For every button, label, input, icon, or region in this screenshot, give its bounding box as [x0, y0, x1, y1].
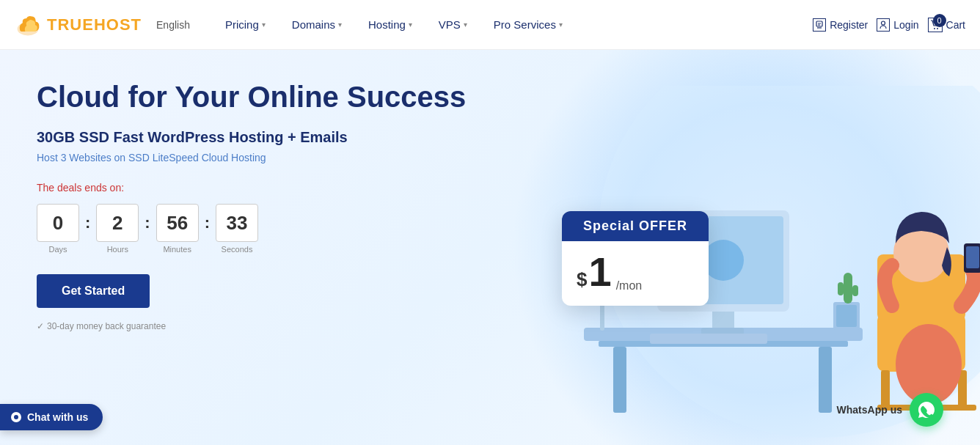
special-offer-header: Special OFFER — [562, 211, 709, 241]
domains-arrow-icon: ▾ — [338, 21, 342, 29]
svg-point-6 — [937, 28, 938, 29]
countdown-hours: 2 Hours — [96, 204, 139, 254]
minutes-box: 56 — [156, 204, 199, 242]
svg-rect-19 — [836, 305, 857, 327]
register-button[interactable]: Register — [813, 18, 868, 32]
header: TRUEHOST English Pricing ▾ Domains ▾ Hos… — [0, 0, 980, 50]
price-period: /mon — [616, 279, 643, 293]
cart-icon: 0 — [928, 18, 943, 32]
sep-3: : — [205, 213, 210, 244]
seconds-box: 33 — [216, 204, 258, 242]
header-actions: Register Login 0 Cart — [813, 18, 965, 32]
whatsapp-button[interactable] — [910, 393, 943, 427]
whatsapp-label: WhatsApp us — [837, 404, 902, 416]
hero-description: Host 3 Websites on SSD LiteSpeed Cloud H… — [37, 152, 513, 163]
logo[interactable]: TRUEHOST — [15, 12, 142, 38]
svg-rect-20 — [844, 273, 852, 304]
days-label: Days — [48, 245, 67, 254]
logo-highlight: TRUE — [47, 15, 94, 34]
days-box: 0 — [37, 204, 79, 242]
pricing-arrow-icon: ▾ — [262, 21, 266, 29]
special-offer-body: $ 1 /mon — [562, 241, 709, 306]
sep-2: : — [145, 213, 150, 244]
chat-button[interactable]: Chat with us — [0, 404, 103, 430]
hero-subtitle: 30GB SSD Fast WordPress Hosting + Emails — [37, 129, 513, 146]
hero-content: Cloud for Your Online Success 30GB SSD F… — [37, 79, 513, 331]
whatsapp-area: WhatsApp us — [837, 393, 943, 427]
nav-pricing[interactable]: Pricing ▾ — [212, 0, 279, 50]
cart-button[interactable]: 0 Cart — [928, 18, 965, 32]
price-display: $ 1 /mon — [577, 251, 694, 293]
hours-box: 2 — [96, 204, 139, 242]
svg-rect-10 — [613, 347, 626, 413]
chat-widget: Chat with us — [0, 404, 103, 430]
vps-arrow-icon: ▾ — [464, 21, 467, 29]
register-icon — [813, 18, 826, 32]
login-icon — [877, 18, 890, 32]
hero-section: Cloud for Your Online Success 30GB SSD F… — [0, 50, 980, 445]
seconds-label: Seconds — [222, 245, 253, 254]
language-selector[interactable]: English — [156, 19, 190, 31]
sep-1: : — [85, 213, 90, 244]
minutes-label: Minutes — [163, 245, 191, 254]
svg-rect-21 — [838, 282, 844, 295]
cart-count-badge: 0 — [933, 14, 946, 27]
nav-hosting[interactable]: Hosting ▾ — [355, 0, 425, 50]
svg-rect-22 — [852, 285, 858, 296]
special-offer-card: Special OFFER $ 1 /mon — [562, 211, 709, 306]
nav-domains[interactable]: Domains ▾ — [279, 0, 355, 50]
whatsapp-icon — [917, 400, 936, 419]
svg-rect-12 — [712, 309, 734, 331]
logo-text: TRUEHOST — [47, 15, 142, 34]
get-started-button[interactable]: Get Started — [37, 274, 150, 308]
hosting-arrow-icon: ▾ — [409, 21, 412, 29]
deal-ends-label: The deals ends on: — [37, 182, 513, 194]
nav-pro-services[interactable]: Pro Services ▾ — [480, 0, 576, 50]
main-nav: Pricing ▾ Domains ▾ Hosting ▾ VPS ▾ Pro … — [212, 0, 813, 50]
price-dollar-sign: $ — [577, 268, 587, 291]
nav-vps[interactable]: VPS ▾ — [425, 0, 480, 50]
svg-point-16 — [703, 240, 744, 281]
pro-services-arrow-icon: ▾ — [559, 21, 563, 29]
chat-icon — [11, 412, 21, 422]
money-back-guarantee: ✓ 30-day money back guarantee — [37, 321, 513, 331]
countdown-minutes: 56 Minutes — [156, 204, 199, 254]
price-amount: 1 — [588, 251, 611, 293]
countdown-timer: 0 Days : 2 Hours : 56 Minutes : 33 Secon… — [37, 204, 513, 254]
svg-rect-11 — [819, 347, 832, 413]
login-button[interactable]: Login — [877, 18, 918, 32]
logo-icon — [15, 12, 41, 38]
countdown-days: 0 Days — [37, 204, 79, 254]
hours-label: Hours — [107, 245, 128, 254]
svg-rect-34 — [966, 246, 979, 268]
svg-rect-17 — [650, 334, 767, 344]
countdown-seconds: 33 Seconds — [216, 204, 258, 254]
svg-point-5 — [934, 28, 935, 29]
checkmark-icon: ✓ — [37, 321, 44, 331]
hero-title: Cloud for Your Online Success — [37, 79, 513, 114]
